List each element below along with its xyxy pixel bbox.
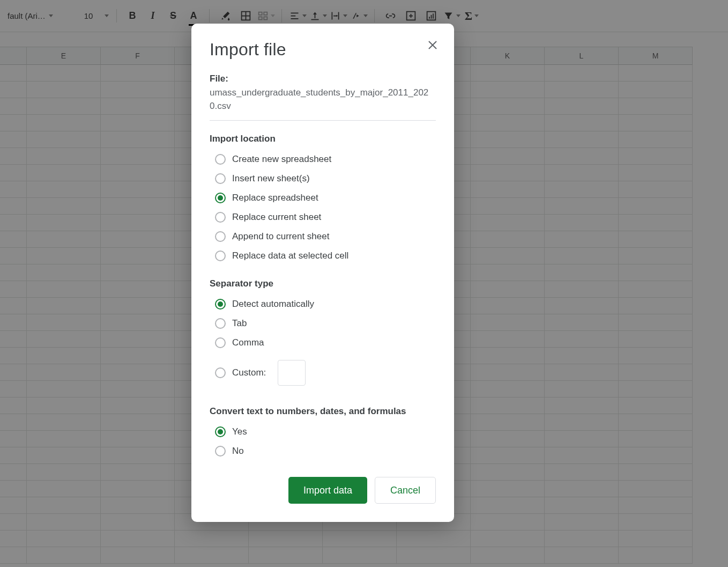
separator-option[interactable]: Comma [210,333,436,352]
import-location-option[interactable]: Replace current sheet [210,208,436,227]
radio-icon [215,367,226,378]
radio-icon [215,318,226,329]
radio-icon [215,173,226,184]
radio-icon [215,337,226,348]
separator-option[interactable]: Detect automatically [210,294,436,314]
import-location-option-label: Append to current sheet [232,231,329,242]
radio-icon [215,299,226,310]
convert-option[interactable]: No [210,441,436,461]
file-label: File: [210,73,436,84]
import-location-option[interactable]: Insert new sheet(s) [210,169,436,188]
cancel-button[interactable]: Cancel [375,477,436,504]
radio-icon [215,231,226,242]
import-location-option[interactable]: Create new spreadsheet [210,150,436,169]
convert-text-group: YesNo [210,422,436,461]
radio-icon [215,251,226,261]
file-name: umass_undergraduate_students_by_major_20… [210,86,436,121]
import-location-group: Create new spreadsheetInsert new sheet(s… [210,150,436,266]
separator-option[interactable]: Tab [210,314,436,333]
import-location-option-label: Create new spreadsheet [232,154,331,165]
close-icon[interactable] [426,39,439,51]
separator-type-group: Detect automaticallyTabCommaCustom: [210,294,436,393]
import-location-option[interactable]: Append to current sheet [210,227,436,246]
radio-icon [215,446,226,456]
dialog-title: Import file [210,40,436,60]
radio-icon [215,212,226,223]
custom-separator-input[interactable] [278,360,306,386]
import-location-option[interactable]: Replace data at selected cell [210,246,436,266]
separator-type-label: Separator type [210,278,436,289]
convert-option-label: No [232,446,244,456]
radio-icon [215,426,226,437]
separator-option-label: Custom: [232,367,266,378]
import-location-option-label: Insert new sheet(s) [232,173,310,184]
radio-icon [215,154,226,165]
import-file-dialog: Import file File: umass_undergraduate_st… [191,24,454,522]
import-data-button[interactable]: Import data [288,477,367,504]
convert-option-label: Yes [232,426,247,437]
dialog-actions: Import data Cancel [210,477,436,504]
radio-icon [215,193,226,203]
separator-option-label: Detect automatically [232,299,314,310]
separator-option-label: Tab [232,318,247,329]
separator-option[interactable]: Custom: [210,352,436,393]
convert-option[interactable]: Yes [210,422,436,441]
convert-text-label: Convert text to numbers, dates, and form… [210,406,436,417]
import-location-label: Import location [210,134,436,144]
separator-option-label: Comma [232,337,264,348]
import-location-option-label: Replace data at selected cell [232,251,348,261]
import-location-option[interactable]: Replace spreadsheet [210,188,436,208]
import-location-option-label: Replace current sheet [232,212,321,223]
import-location-option-label: Replace spreadsheet [232,193,318,203]
